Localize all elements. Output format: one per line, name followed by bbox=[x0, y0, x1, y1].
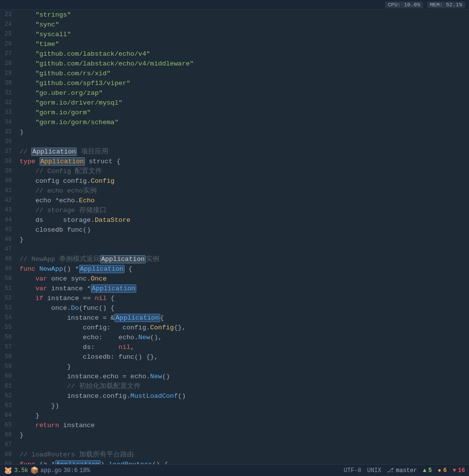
line-number: 40 bbox=[0, 177, 15, 184]
count-orange-item: ● 6 bbox=[438, 467, 447, 474]
line-content: // echo echo实例 bbox=[17, 186, 469, 195]
line-number: 44 bbox=[0, 216, 15, 223]
code-line: 66} bbox=[0, 430, 469, 440]
line-col: 30:6 bbox=[64, 467, 78, 474]
count-green-val: 5 bbox=[428, 467, 432, 474]
code-editor[interactable]: 23 "strings"24 "sync"25 "syscall"26 "tim… bbox=[0, 10, 469, 464]
code-line: 49func NewApp() *Application { bbox=[0, 264, 469, 274]
plain-token: once. bbox=[20, 304, 71, 312]
plain-token: (a * bbox=[35, 461, 55, 465]
plain-token: ) bbox=[101, 461, 108, 465]
code-line: 37// Application 项目应用 bbox=[0, 147, 469, 156]
line-content: var instance *Application bbox=[17, 285, 469, 292]
method-token: New bbox=[150, 373, 162, 380]
line-number: 53 bbox=[0, 304, 15, 311]
highlight-word-token: Application bbox=[31, 148, 77, 156]
plain-token: , bbox=[182, 324, 186, 331]
line-content: instance.echo = echo.New() bbox=[17, 373, 469, 380]
line-content: } bbox=[17, 363, 469, 370]
string-token: "gorm.io/driver/mysql" bbox=[35, 99, 122, 107]
comment-token: // NewApp 单例模式返回 bbox=[20, 256, 100, 263]
plain-token bbox=[20, 41, 35, 48]
string-token: "github.com/labstack/echo/v4" bbox=[35, 50, 150, 58]
code-line: 54 instance = &Application{ bbox=[0, 313, 469, 323]
line-number: 54 bbox=[0, 314, 15, 321]
line-content: closedb func() bbox=[17, 226, 469, 234]
line-content: // storage 存储接口 bbox=[17, 206, 469, 215]
line-content: "github.com/labstack/echo/v4/middleware" bbox=[17, 60, 469, 67]
plain-token: } bbox=[20, 363, 71, 370]
plain-token: () { bbox=[152, 461, 168, 465]
mem-metric: MEM: 52.1% bbox=[427, 1, 465, 8]
plain-token bbox=[20, 275, 35, 282]
line-number: 36 bbox=[0, 138, 15, 145]
plain-token: closedb: func() {} bbox=[20, 353, 154, 361]
highlight-orange-token: Application bbox=[40, 157, 85, 166]
plain-token: () bbox=[162, 373, 170, 380]
line-content: if instance == nil { bbox=[17, 295, 469, 302]
line-number: 34 bbox=[0, 119, 15, 126]
comment-token: // echo echo实例 bbox=[20, 187, 97, 195]
code-line: 31 "go.uber.org/zap" bbox=[0, 88, 469, 98]
func-name-token: NewApp bbox=[40, 265, 64, 273]
go-icon: 🐹 bbox=[4, 466, 12, 475]
kw-nil-token: nil bbox=[95, 295, 107, 302]
highlight-blue-word-token: Application bbox=[91, 284, 136, 293]
code-line: 56 echo: echo.New(), bbox=[0, 332, 469, 342]
line-content: } bbox=[17, 412, 469, 419]
line-number: 25 bbox=[0, 31, 15, 38]
plain-token bbox=[20, 422, 35, 429]
line-number: 30 bbox=[0, 80, 15, 87]
plain-token bbox=[20, 80, 35, 87]
string-token: "syscall" bbox=[35, 31, 71, 38]
code-line: 52 if instance == nil { bbox=[0, 293, 469, 303]
plain-token: , bbox=[130, 344, 134, 351]
code-line: 36 bbox=[0, 137, 469, 147]
plain-token: } bbox=[20, 412, 40, 419]
comment-token: 项目应用 bbox=[77, 148, 108, 155]
line-content: "strings" bbox=[17, 11, 469, 19]
line-number: 42 bbox=[0, 197, 15, 204]
string-token: "sync" bbox=[35, 21, 59, 28]
line-content: config config.Config bbox=[17, 177, 469, 185]
code-line: 58 closedb: func() {}, bbox=[0, 352, 469, 362]
line-number: 63 bbox=[0, 402, 15, 409]
line-content bbox=[17, 441, 469, 449]
plain-token: config config. bbox=[20, 177, 91, 185]
count-red-item: ▼ 16 bbox=[452, 467, 465, 474]
code-line: 29 "github.com/rs/xid" bbox=[0, 68, 469, 78]
plain-token: struct { bbox=[85, 158, 121, 165]
line-content: "gorm.io/gorm/schema" bbox=[17, 119, 469, 126]
line-content: "sync" bbox=[17, 21, 469, 28]
string-token: "gorm.io/gorm/schema" bbox=[35, 119, 118, 126]
plain-token: } bbox=[20, 432, 23, 439]
plain-token bbox=[35, 158, 39, 165]
os: UNIX bbox=[367, 467, 382, 474]
line-content: closedb: func() {}, bbox=[17, 353, 469, 361]
line-content: // 初始化加载配置文件 bbox=[17, 382, 469, 390]
line-number: 41 bbox=[0, 187, 15, 194]
plain-token: echo: echo. bbox=[20, 334, 138, 341]
count-red-val: 16 bbox=[458, 467, 465, 474]
kw-var-token: var bbox=[35, 275, 47, 282]
encoding: UTF-8 bbox=[344, 467, 362, 474]
code-line: 68// loadRouters 加载所有平台路由 bbox=[0, 450, 469, 459]
plain-token: ds: bbox=[20, 344, 119, 351]
code-line: 63 }) bbox=[0, 401, 469, 411]
code-line: 23 "strings" bbox=[0, 10, 469, 20]
line-number: 38 bbox=[0, 158, 15, 165]
line-number: 69 bbox=[0, 461, 15, 464]
plain-token: { bbox=[160, 314, 164, 322]
code-line: 28 "github.com/labstack/echo/v4/middlewa… bbox=[0, 59, 469, 68]
plain-token bbox=[20, 109, 35, 116]
line-content: "gorm.io/gorm" bbox=[17, 109, 469, 116]
line-number: 46 bbox=[0, 236, 15, 243]
status-bar: 🐹 3.5k 📦 app.go 30:6 18% UTF-8 UNIX ⎇ ma… bbox=[0, 464, 469, 476]
line-number: 60 bbox=[0, 373, 15, 380]
highlight-word-token: Application bbox=[100, 255, 146, 263]
percent: 18% bbox=[80, 467, 90, 474]
plain-token bbox=[20, 21, 35, 28]
kw-func-token: func bbox=[20, 461, 35, 465]
code-line: 48// NewApp 单例模式返回Application实例 bbox=[0, 254, 469, 264]
type-name-token: Config bbox=[91, 177, 115, 185]
